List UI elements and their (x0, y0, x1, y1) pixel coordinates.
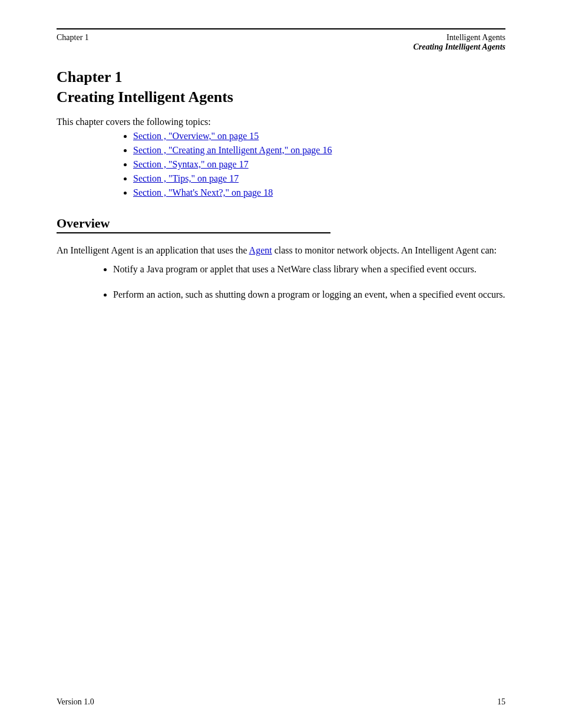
footer-page-number: 15 (497, 697, 505, 707)
page-footer: Version 1.0 15 (57, 697, 505, 707)
text-run: class to monitor network objects. An Int… (272, 245, 497, 255)
header-section-title: Intelligent Agents (413, 33, 505, 42)
topic-link[interactable]: Section , "Syntax," on page 17 (133, 159, 249, 169)
list-item: Notify a Java program or applet that use… (113, 263, 505, 276)
overview-paragraph: An Intelligent Agent is an application t… (57, 244, 505, 257)
intro-paragraph: This chapter covers the following topics… (57, 117, 505, 127)
header-chapter-label: Chapter 1 (57, 33, 89, 42)
list-item: Section , "What's Next?," on page 18 (133, 187, 505, 198)
list-item: Section , "Syntax," on page 17 (133, 159, 505, 170)
list-item: Perform an action, such as shutting down… (113, 288, 505, 301)
header-page-title: Creating Intelligent Agents (413, 42, 505, 52)
topic-link[interactable]: Section , "What's Next?," on page 18 (133, 187, 273, 197)
section-heading: Overview (57, 216, 505, 231)
topic-link[interactable]: Section , "Creating an Intelligent Agent… (133, 145, 332, 155)
list-item: Section , "Tips," on page 17 (133, 173, 505, 184)
capabilities-list: Notify a Java program or applet that use… (57, 263, 505, 301)
list-item: Section , "Creating an Intelligent Agent… (133, 145, 505, 156)
section-rule (57, 232, 330, 233)
topic-link[interactable]: Section , "Overview," on page 15 (133, 131, 259, 141)
topics-list: Section , "Overview," on page 15 Section… (57, 131, 505, 198)
running-header: Chapter 1 Intelligent Agents Creating In… (57, 33, 505, 52)
top-rule (57, 28, 505, 29)
chapter-number: Chapter 1 (57, 68, 505, 86)
chapter-title: Creating Intelligent Agents (57, 88, 505, 106)
topic-link[interactable]: Section , "Tips," on page 17 (133, 173, 239, 183)
footer-version: Version 1.0 (57, 697, 94, 707)
agent-class-link[interactable]: Agent (249, 245, 272, 255)
list-item: Section , "Overview," on page 15 (133, 131, 505, 141)
text-run: An Intelligent Agent is an application t… (57, 245, 249, 255)
